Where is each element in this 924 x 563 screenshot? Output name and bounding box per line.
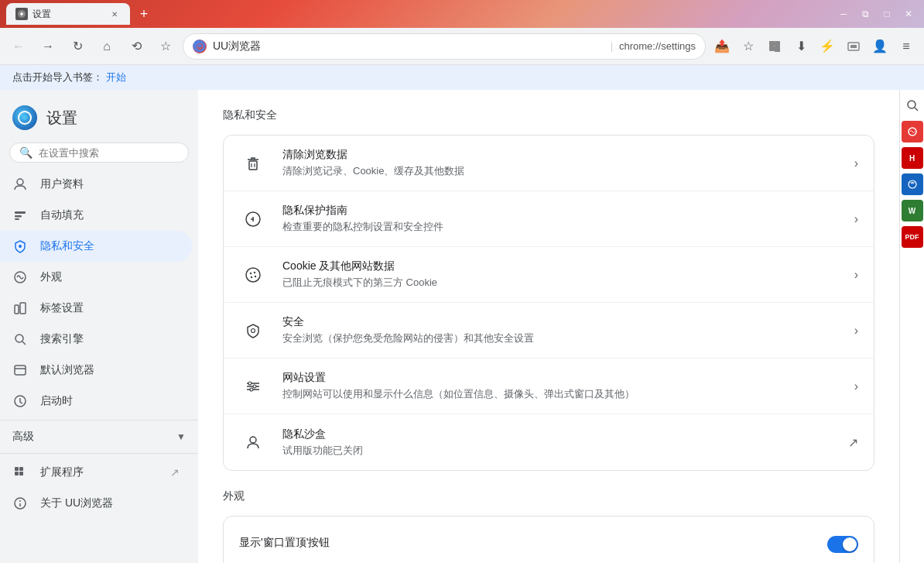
cookies-title: Cookie 及其他网站数据 (282, 259, 854, 273)
right-sidebar: H W PDF (899, 90, 924, 563)
clear-browsing-data-item[interactable]: 清除浏览数据 清除浏览记录、Cookie、缓存及其他数据 › (224, 136, 874, 191)
privacy-guide-content: 隐私保护指南 检查重要的隐私控制设置和安全控件 (282, 204, 854, 234)
rsb-red2-button[interactable]: H (902, 147, 923, 169)
omnibox[interactable]: UU浏览器 | chrome://settings (183, 33, 706, 60)
svg-rect-9 (15, 215, 22, 218)
svg-rect-26 (249, 161, 257, 170)
rsb-blue-button[interactable] (902, 173, 923, 195)
sidebar-item-default-browser[interactable]: 默认浏览器 (0, 355, 192, 386)
security-title: 安全 (282, 315, 854, 329)
sidebar-item-about[interactable]: 关于 UU浏览器 (0, 488, 192, 519)
extensions-button[interactable] (763, 35, 786, 58)
active-tab[interactable]: 设置 ✕ (6, 3, 130, 25)
lightning-button[interactable]: ⚡ (816, 35, 839, 58)
sidebar-item-autofill[interactable]: 自动填充 (0, 200, 192, 231)
download-button[interactable]: ⬇ (789, 35, 813, 58)
cookies-item[interactable]: Cookie 及其他网站数据 已阻止无痕模式下的第三方 Cookie › (224, 247, 874, 303)
minimize-button[interactable]: ─ (834, 5, 853, 23)
svg-rect-13 (15, 305, 19, 314)
sidebar-header: 设置 (0, 96, 198, 139)
sidebar-item-appearance[interactable]: 外观 (0, 262, 192, 293)
sidebar-item-privacy-security[interactable]: 隐私和安全 (0, 231, 192, 262)
sidebar-item-startup[interactable]: 启动时 (0, 386, 192, 417)
cookies-content: Cookie 及其他网站数据 已阻止无痕模式下的第三方 Cookie (282, 259, 854, 290)
browser-name-label: UU浏览器 (213, 39, 604, 53)
restore-button[interactable]: ⧉ (856, 5, 874, 23)
rsb-green-button[interactable]: W (902, 200, 923, 221)
arrow-icon: › (854, 268, 858, 282)
cast-button[interactable] (842, 35, 865, 58)
clear-browsing-title: 清除浏览数据 (282, 148, 854, 162)
back-button[interactable]: ← (6, 34, 31, 59)
tab-favicon (15, 8, 28, 20)
rsb-pdf-button[interactable]: PDF (902, 226, 923, 248)
advanced-chevron-icon: ▼ (176, 431, 186, 442)
svg-point-33 (254, 271, 255, 273)
svg-rect-20 (19, 467, 23, 471)
privacy-guide-desc: 检查重要的隐私控制设置和安全控件 (282, 220, 854, 234)
titlebar: 设置 ✕ + ─ ⧉ □ ✕ (0, 0, 924, 28)
user-profile-icon (12, 177, 28, 192)
sidebar: 设置 🔍 用户资料 自动填充 隐私和安全 (0, 90, 198, 563)
svg-rect-3 (775, 41, 780, 46)
svg-point-31 (246, 268, 260, 282)
appearance-icon (12, 269, 28, 285)
window-top-toggle[interactable] (827, 536, 858, 553)
refresh-button[interactable]: ↻ (65, 34, 90, 59)
arrow-icon: › (854, 324, 858, 338)
svg-rect-2 (769, 46, 775, 51)
privacy-guide-item[interactable]: 隐私保护指南 检查重要的隐私控制设置和安全控件 › (224, 191, 874, 247)
site-settings-item[interactable]: 网站设置 控制网站可以使用和显示什么信息（如位置信息、摄像头、弹出式窗口及其他）… (224, 359, 874, 414)
svg-point-40 (248, 382, 252, 385)
privacy-section-title: 隐私和安全 (223, 108, 874, 122)
settings-search-box[interactable]: 🔍 (9, 142, 189, 163)
show-window-top-btn-item[interactable]: 显示'窗口置顶'按钮 (224, 517, 874, 563)
rsb-w-label: W (909, 207, 915, 215)
window-controls: ─ ⧉ □ ✕ (834, 5, 918, 23)
profile-button[interactable]: 👤 (868, 35, 891, 58)
home-button[interactable]: ⌂ (94, 34, 119, 59)
sidebar-item-label: 关于 UU浏览器 (40, 496, 180, 510)
sidebar-item-tab-settings[interactable]: 标签设置 (0, 293, 192, 324)
security-item[interactable]: 安全 安全浏览（保护您免受危险网站的侵害）和其他安全设置 › (224, 303, 874, 359)
startup-icon (12, 393, 28, 409)
share-button[interactable]: 📤 (710, 35, 734, 58)
tab-close-button[interactable]: ✕ (108, 8, 121, 20)
privacy-sandbox-title: 隐私沙盒 (282, 427, 848, 441)
rsb-red-button[interactable] (902, 121, 923, 142)
settings-search-input[interactable] (39, 147, 179, 159)
close-window-button[interactable]: ✕ (899, 5, 918, 23)
trash-icon (239, 149, 267, 177)
sidebar-item-user-profile[interactable]: 用户资料 (0, 169, 192, 200)
rsb-search-button[interactable] (902, 94, 923, 116)
clear-browsing-content: 清除浏览数据 清除浏览记录、Cookie、缓存及其他数据 (282, 148, 854, 178)
sidebar-divider2 (0, 453, 198, 454)
new-tab-button[interactable]: + (133, 3, 155, 25)
import-start-link[interactable]: 开始 (106, 70, 126, 84)
privacy-sandbox-icon (239, 428, 267, 456)
sidebar-advanced[interactable]: 高级 ▼ (0, 424, 198, 450)
history-back-button[interactable]: ⟲ (124, 34, 149, 59)
sidebar-logo (12, 105, 37, 130)
url-separator: | (611, 41, 613, 52)
svg-rect-19 (15, 472, 19, 475)
privacy-sandbox-content: 隐私沙盒 试用版功能已关闭 (282, 427, 848, 458)
forward-button[interactable]: → (36, 34, 60, 59)
maximize-button[interactable]: □ (878, 5, 896, 23)
rsb-pdf-label: PDF (905, 233, 919, 241)
bookmark-button[interactable]: ☆ (153, 34, 178, 59)
svg-point-35 (255, 275, 256, 276)
svg-point-34 (251, 276, 252, 277)
bookmark-star-button[interactable]: ☆ (737, 35, 760, 58)
menu-button[interactable]: ≡ (895, 35, 918, 58)
sidebar-divider (0, 420, 198, 421)
content-area: 隐私和安全 清除浏览数据 清除浏览记录、Cookie、缓存及其他数据 › (198, 90, 899, 563)
privacy-sandbox-item[interactable]: 隐私沙盒 试用版功能已关闭 ↗ (224, 414, 874, 470)
autofill-icon (12, 208, 28, 223)
svg-point-41 (253, 385, 256, 388)
sidebar-item-extensions[interactable]: 扩展程序 ↗ (0, 457, 192, 488)
sidebar-item-label: 标签设置 (40, 301, 180, 315)
sidebar-item-label: 扩展程序 (40, 465, 158, 479)
clear-browsing-desc: 清除浏览记录、Cookie、缓存及其他数据 (282, 164, 854, 178)
sidebar-item-search-engine[interactable]: 搜索引擎 (0, 324, 192, 355)
